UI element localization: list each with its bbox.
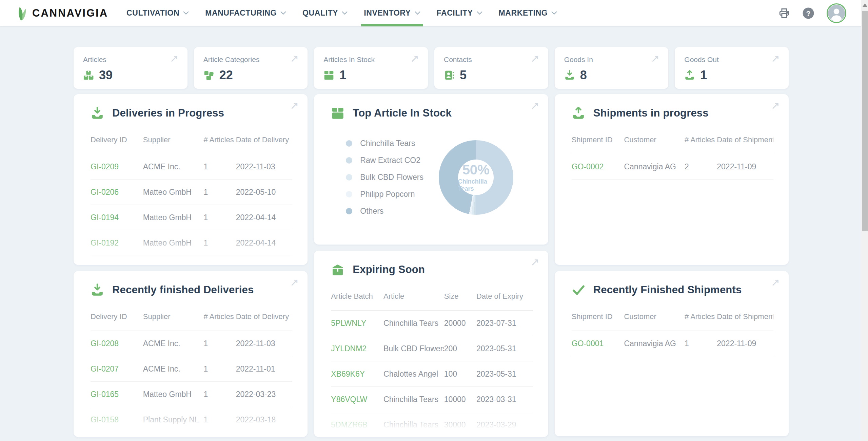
brand-logo[interactable]: CANNAVIGIA: [17, 5, 108, 21]
expand-arrow-icon[interactable]: ↗: [290, 277, 299, 288]
record-id-link[interactable]: GI-0194: [91, 213, 143, 222]
leaf-icon: [17, 5, 28, 21]
nav-item-facility[interactable]: FACILITY: [437, 0, 482, 26]
table-row: GI-0158Plant Supply NL12022-03-18: [91, 407, 292, 433]
record-id-link[interactable]: GI-0165: [91, 390, 143, 399]
expand-arrow-icon[interactable]: ↗: [651, 53, 659, 64]
tray-down-icon: [91, 283, 104, 297]
check-icon: [572, 283, 585, 297]
card-deliveries-in-progress: Deliveries in Progress ↗ Delivery IDSupp…: [74, 94, 308, 265]
record-id-link[interactable]: GI-0207: [91, 364, 143, 374]
legend-dot: [346, 157, 352, 164]
record-id-link[interactable]: GI-0206: [91, 188, 143, 197]
column-header: Delivery ID: [91, 135, 143, 144]
legend-item: Raw Extract CO2: [346, 156, 423, 165]
nav-item-cultivation[interactable]: CULTIVATION: [126, 0, 189, 26]
stat-card-goods-in: Goods In ↗ 8: [555, 47, 669, 89]
column-header: Date of Expiry: [476, 292, 533, 301]
expand-arrow-icon[interactable]: ↗: [531, 257, 539, 267]
table-row: GO-0001Cannavigia AG12022-11-09: [572, 331, 773, 356]
table-cell: Plant Supply NL: [143, 264, 204, 265]
record-id-link[interactable]: GI-0158: [91, 415, 143, 424]
table-cell: 2023-05-31: [476, 370, 533, 379]
column-header: Shipment ID: [572, 312, 624, 321]
record-id-link[interactable]: GI-0192: [91, 238, 143, 248]
legend-item: Bulk CBD Flowers: [346, 173, 423, 182]
table-cell: 2022-03-18: [236, 415, 293, 424]
table-cell: Chinchilla Tears: [383, 395, 444, 404]
record-id-link[interactable]: JYLDNM2: [331, 344, 383, 353]
nav-item-quality[interactable]: QUALITY: [302, 0, 348, 26]
expand-arrow-icon[interactable]: ↗: [531, 100, 539, 111]
table-cell: ACME Inc.: [143, 364, 204, 374]
category-boxes-icon: [203, 70, 214, 81]
table-cell: 2022-11-03: [236, 162, 293, 171]
stat-label: Articles In Stock: [323, 56, 418, 64]
card-title: Top Article In Stock: [353, 107, 452, 119]
chevron-down-icon: [342, 11, 348, 15]
expiring-soon-table: Article BatchArticleSizeDate of Expiry5P…: [331, 292, 533, 437]
expand-arrow-icon[interactable]: ↗: [410, 53, 419, 64]
table-header: Shipment IDCustomer# ArticlesDate of Shi…: [572, 312, 773, 331]
table-cell: Chinchilla Tears: [383, 319, 444, 328]
record-id-link[interactable]: Y86VQLW: [331, 395, 383, 404]
legend-label: Chinchilla Tears: [360, 139, 415, 148]
legend-dot: [346, 191, 352, 197]
record-id-link[interactable]: XB69K6Y: [331, 370, 383, 379]
legend-label: Philipp Popcorn: [360, 190, 415, 199]
scroll-up-button[interactable]: [863, 3, 867, 7]
record-id-link[interactable]: 5DMZR6B: [331, 420, 383, 429]
record-id-link[interactable]: GI-0208: [91, 339, 143, 348]
table-cell: Matteo GmbH: [143, 390, 204, 399]
scrollbar-thumb[interactable]: [862, 11, 868, 231]
package-open-icon: [331, 263, 344, 276]
table-row: XB69K6YChalottes Angel1002023-05-31: [331, 361, 533, 387]
stat-value: 1: [700, 68, 707, 82]
card-title: Shipments in progress: [593, 107, 709, 119]
expand-arrow-icon[interactable]: ↗: [771, 277, 780, 288]
expand-arrow-icon[interactable]: ↗: [290, 100, 299, 111]
stat-card-contacts: Contacts ↗ Goods In 5: [434, 47, 548, 89]
expand-arrow-icon[interactable]: ↗: [771, 53, 780, 64]
table-row: GI-0156Plant Supply NL12022-03-15: [91, 433, 292, 437]
nav-item-marketing[interactable]: MARKETING: [499, 0, 557, 26]
card-recently-finished-shipments: Recently Finished Shipments ↗ Shipment I…: [555, 271, 789, 436]
table-cell: 2022-11-09: [717, 162, 773, 171]
stats-row: Articles ↗ 39 Article Categories ↗ 22 Ar…: [74, 47, 789, 89]
table-header: Delivery IDSupplier# ArticlesDate of Del…: [91, 312, 292, 331]
expand-arrow-icon[interactable]: ↗: [531, 53, 539, 64]
column-header: # Articles: [203, 312, 236, 321]
chevron-down-icon: [183, 11, 189, 15]
contact-card-icon: [444, 70, 455, 81]
help-icon[interactable]: ?: [802, 7, 814, 19]
chevron-down-icon: [415, 11, 420, 15]
record-id-link[interactable]: GI-0209: [91, 162, 143, 171]
legend-item: Philipp Popcorn: [346, 190, 423, 199]
expand-arrow-icon[interactable]: ↗: [290, 53, 299, 64]
record-id-link[interactable]: GO-0002: [572, 162, 624, 171]
printer-icon[interactable]: [778, 7, 790, 19]
cards-grid: Deliveries in Progress ↗ Delivery IDSupp…: [74, 94, 789, 437]
table-cell: 2023-03-31: [476, 395, 533, 404]
nav-item-manufacturing[interactable]: MANUFACTURING: [205, 0, 286, 26]
column-header: # Articles: [203, 135, 236, 144]
table-cell: 2022-11-09: [717, 339, 773, 348]
stat-value: 22: [219, 68, 233, 82]
card-title: Recently Finished Shipments: [593, 284, 742, 296]
table-row: 5PLWNLYChinchilla Tears200002023-07-31: [331, 311, 533, 336]
table-cell: 2022-03-23: [236, 390, 293, 399]
record-id-link[interactable]: GI-0085: [91, 264, 143, 265]
expand-arrow-icon[interactable]: ↗: [170, 53, 179, 64]
scrollbar[interactable]: [861, 0, 868, 441]
user-avatar[interactable]: [827, 3, 846, 23]
stat-label: Goods Out: [684, 56, 779, 64]
recently-finished-shipments-table: Shipment IDCustomer# ArticlesDate of Shi…: [572, 312, 773, 356]
table-cell: 2023-07-31: [476, 319, 533, 328]
card-recently-finished-deliveries: Recently finished Deliveries ↗ Delivery …: [74, 271, 308, 437]
tray-up-icon: [572, 106, 585, 120]
stat-label: Goods In: [564, 56, 659, 64]
record-id-link[interactable]: GO-0001: [572, 339, 624, 348]
nav-item-inventory[interactable]: INVENTORY: [364, 0, 420, 26]
record-id-link[interactable]: 5PLWNLY: [331, 319, 383, 328]
expand-arrow-icon[interactable]: ↗: [771, 100, 780, 111]
